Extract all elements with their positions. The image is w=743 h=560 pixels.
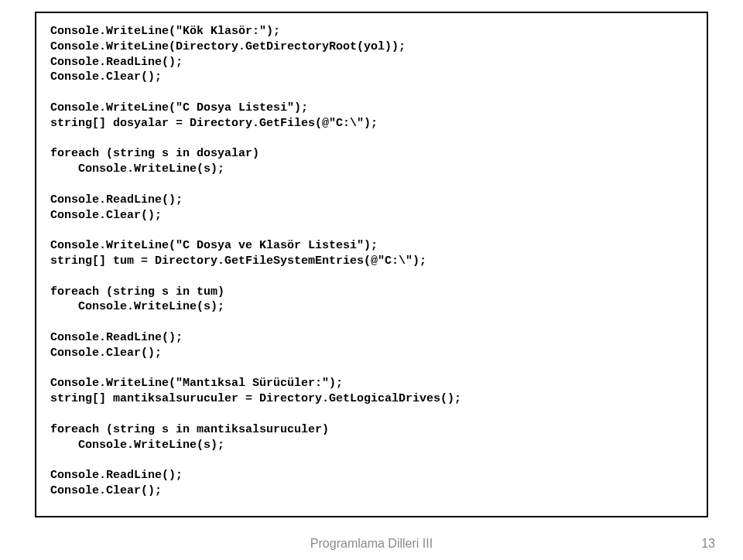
slide-container: Console.WriteLine("Kök Klasör:"); Consol… [0, 0, 743, 560]
blank-line [50, 177, 693, 193]
code-line: Console.WriteLine("C Dosya Listesi"); [50, 101, 693, 116]
code-line: Console.Clear(); [50, 70, 693, 85]
footer-title: Programlama Dilleri III [0, 537, 743, 551]
code-line: Console.WriteLine("C Dosya ve Klasör Lis… [50, 238, 693, 254]
code-box: Console.WriteLine("Kök Klasör:"); Consol… [35, 12, 708, 517]
blank-line [50, 85, 693, 101]
code-line: Console.ReadLine(); [50, 193, 693, 208]
code-line: string[] mantiksalsuruculer = Directory.… [50, 391, 693, 407]
blank-line [50, 315, 693, 330]
code-line: Console.ReadLine(); [50, 330, 693, 346]
code-line: Console.Clear(); [50, 208, 693, 224]
code-line: Console.WriteLine(s); [50, 299, 693, 315]
code-line: Console.ReadLine(); [50, 55, 693, 70]
code-line: Console.WriteLine(s); [50, 438, 693, 453]
code-line: Console.WriteLine(Directory.GetDirectory… [50, 39, 693, 55]
code-line: Console.WriteLine("Mantıksal Sürücüler:"… [50, 376, 693, 391]
code-line: foreach (string s in tum) [50, 285, 693, 300]
code-line: foreach (string s in dosyalar) [50, 146, 693, 162]
code-line: foreach (string s in mantiksalsuruculer) [50, 422, 693, 438]
code-line: Console.WriteLine("Kök Klasör:"); [50, 24, 693, 39]
blank-line [50, 131, 693, 147]
code-line: Console.WriteLine(s); [50, 162, 693, 177]
code-line: string[] dosyalar = Directory.GetFiles(@… [50, 116, 693, 131]
code-line: Console.Clear(); [50, 483, 693, 499]
page-number: 13 [701, 537, 715, 551]
blank-line [50, 361, 693, 377]
blank-line [50, 407, 693, 422]
code-line: Console.Clear(); [50, 346, 693, 361]
blank-line [50, 269, 693, 285]
code-line: Console.ReadLine(); [50, 468, 693, 483]
blank-line [50, 223, 693, 238]
blank-line [50, 452, 693, 468]
code-line: string[] tum = Directory.GetFileSystemEn… [50, 254, 693, 269]
